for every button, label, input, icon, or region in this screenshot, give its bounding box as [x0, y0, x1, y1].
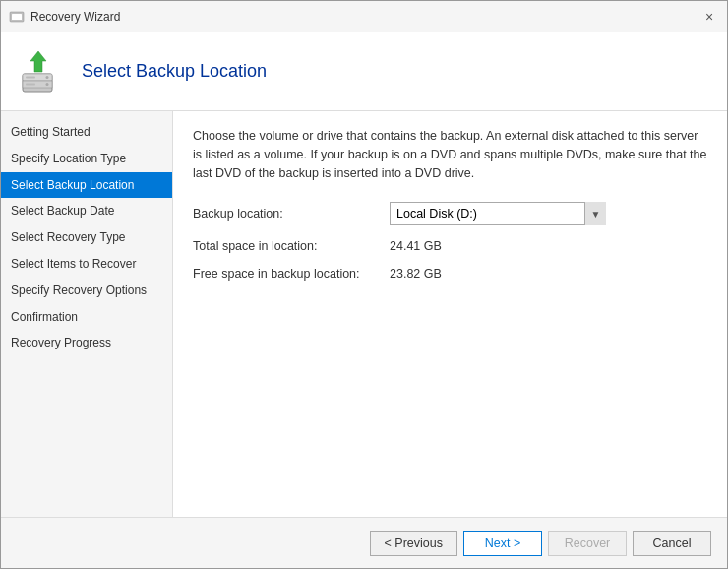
- total-space-value: 24.41 GB: [390, 239, 442, 253]
- sidebar-item-specify-location-type[interactable]: Specify Location Type: [1, 146, 172, 172]
- total-space-row: Total space in location: 24.41 GB: [193, 239, 707, 253]
- total-space-label: Total space in location:: [193, 239, 390, 253]
- svg-marker-9: [30, 51, 46, 72]
- header-area: Select Backup Location: [1, 32, 727, 111]
- sidebar-item-select-items-to-recover[interactable]: Select Items to Recover: [1, 251, 172, 278]
- content-area: Choose the volume or drive that contains…: [173, 111, 727, 517]
- sidebar-item-confirmation[interactable]: Confirmation: [1, 304, 172, 331]
- close-button[interactable]: ×: [699, 7, 719, 27]
- backup-location-row: Backup location: Local Disk (D:) Local D…: [193, 202, 707, 225]
- free-space-value: 23.82 GB: [390, 267, 442, 281]
- backup-location-select-wrapper: Local Disk (D:) Local Disk (C:) DVD Driv…: [390, 202, 606, 225]
- recovery-wizard-window: Recovery Wizard × Select Backup Location: [0, 0, 728, 569]
- sidebar-item-select-backup-date[interactable]: Select Backup Date: [1, 198, 172, 224]
- svg-rect-5: [26, 76, 35, 78]
- titlebar: Recovery Wizard ×: [1, 1, 727, 32]
- description-text: Choose the volume or drive that contains…: [193, 127, 707, 182]
- sidebar-item-recovery-progress[interactable]: Recovery Progress: [1, 330, 172, 356]
- page-title: Select Backup Location: [82, 61, 267, 82]
- previous-button[interactable]: < Previous: [370, 531, 457, 556]
- backup-location-select[interactable]: Local Disk (D:) Local Disk (C:) DVD Driv…: [390, 202, 606, 225]
- footer: < Previous Next > Recover Cancel: [1, 517, 727, 568]
- window-title: Recovery Wizard: [30, 10, 699, 24]
- cancel-button[interactable]: Cancel: [633, 531, 711, 556]
- svg-rect-8: [26, 83, 35, 85]
- sidebar: Getting Started Specify Location Type Se…: [1, 111, 173, 517]
- body-area: Getting Started Specify Location Type Se…: [1, 111, 727, 517]
- free-space-label: Free space in backup location:: [193, 267, 390, 281]
- svg-point-4: [46, 76, 49, 79]
- sidebar-item-specify-recovery-options[interactable]: Specify Recovery Options: [1, 278, 172, 304]
- sidebar-item-getting-started[interactable]: Getting Started: [1, 119, 172, 146]
- svg-point-7: [46, 83, 49, 86]
- header-icon: [17, 46, 68, 97]
- sidebar-item-select-backup-location[interactable]: Select Backup Location: [1, 172, 172, 199]
- next-button[interactable]: Next >: [463, 531, 542, 556]
- svg-rect-1: [12, 14, 22, 20]
- window-icon: [9, 9, 25, 25]
- sidebar-item-select-recovery-type[interactable]: Select Recovery Type: [1, 224, 172, 251]
- recover-button: Recover: [548, 531, 627, 556]
- free-space-row: Free space in backup location: 23.82 GB: [193, 267, 707, 281]
- backup-location-label: Backup location:: [193, 207, 390, 221]
